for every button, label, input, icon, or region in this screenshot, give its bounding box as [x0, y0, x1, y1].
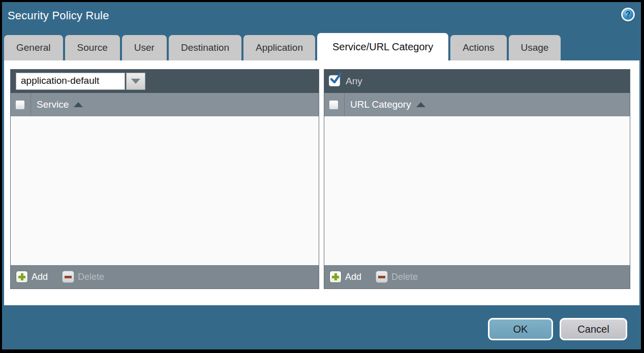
- service-panel-footer: Add Delete: [11, 265, 319, 288]
- tab-service-url-category[interactable]: Service/URL Category: [317, 33, 448, 60]
- any-checkbox-label[interactable]: Any: [346, 76, 362, 87]
- security-policy-rule-dialog: Security Policy Rule ? General Source Us…: [2, 2, 641, 349]
- tab-content: application-default Service Add: [4, 60, 639, 305]
- url-category-delete-button[interactable]: Delete: [376, 271, 418, 283]
- tab-source[interactable]: Source: [65, 35, 120, 60]
- service-table-header: Service: [11, 93, 319, 116]
- tab-usage[interactable]: Usage: [509, 35, 561, 60]
- service-select-all-checkbox[interactable]: [15, 100, 25, 110]
- tab-general[interactable]: General: [4, 35, 63, 60]
- service-type-dropdown[interactable]: application-default: [16, 73, 145, 90]
- service-type-dropdown-button[interactable]: [126, 73, 145, 90]
- service-column-header[interactable]: Service: [37, 99, 69, 110]
- tab-user[interactable]: User: [122, 35, 167, 60]
- url-category-add-button[interactable]: Add: [329, 271, 361, 283]
- tab-application[interactable]: Application: [243, 35, 315, 60]
- help-icon[interactable]: ?: [621, 8, 635, 21]
- column-divider: [30, 93, 31, 116]
- url-category-table-header: URL Category: [324, 93, 630, 116]
- minus-icon: [62, 271, 74, 283]
- sort-ascending-icon[interactable]: [416, 102, 425, 107]
- dialog-title: Security Policy Rule: [8, 9, 109, 22]
- chevron-down-icon: [131, 79, 140, 84]
- cancel-button[interactable]: Cancel: [560, 318, 627, 340]
- service-type-dropdown-value[interactable]: application-default: [16, 73, 125, 90]
- url-category-panel-footer: Add Delete: [324, 265, 630, 288]
- checkmark-icon: [330, 74, 341, 85]
- service-add-button[interactable]: Add: [16, 271, 48, 283]
- url-category-column-header[interactable]: URL Category: [350, 99, 411, 110]
- url-category-select-all-checkbox[interactable]: [329, 100, 339, 110]
- plus-icon: [329, 271, 342, 283]
- any-checkbox[interactable]: [329, 75, 340, 86]
- url-category-panel-toolbar: Any: [324, 70, 630, 93]
- service-delete-button[interactable]: Delete: [62, 271, 104, 283]
- column-divider: [344, 93, 345, 116]
- service-panel-toolbar: application-default: [11, 70, 319, 93]
- plus-icon: [16, 271, 28, 283]
- ok-button[interactable]: OK: [488, 318, 553, 340]
- sort-ascending-icon[interactable]: [74, 102, 83, 107]
- tab-bar: General Source User Destination Applicat…: [4, 33, 639, 60]
- service-list: [11, 116, 319, 265]
- minus-icon: [376, 271, 388, 283]
- tab-actions[interactable]: Actions: [450, 35, 506, 60]
- url-category-list: [324, 116, 630, 265]
- service-panel: application-default Service Add: [10, 69, 319, 289]
- tab-destination[interactable]: Destination: [169, 35, 241, 60]
- url-category-panel: Any URL Category Add Delete: [324, 69, 630, 289]
